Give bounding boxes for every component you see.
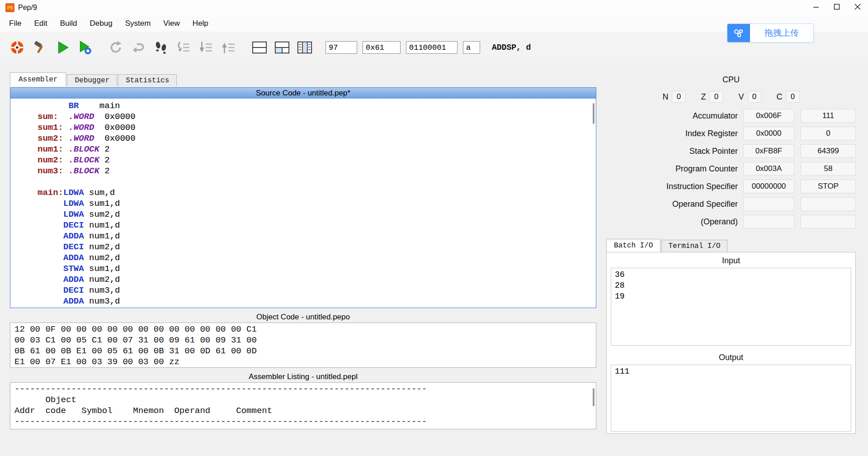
object-code-line: 00 03 C1 00 05 C1 00 07 31 00 09 61 00 0… [14,335,596,346]
step-over-button[interactable] [174,37,193,58]
upload-button[interactable]: 拖拽上传 [727,24,814,43]
token [94,133,104,143]
source-line: num3: .BLOCK 2 [38,166,596,176]
assembler-listing-panel-title: Assembler Listing - untitled.pepl [10,371,596,382]
upload-cloud-icon [727,24,750,42]
view-code-button[interactable] [250,37,269,58]
token: 0x0000 [104,133,135,143]
token [38,264,63,274]
view-memory-button[interactable] [295,37,315,58]
token [99,144,104,154]
token [38,253,63,263]
view-code-layout-icon [252,40,267,55]
token [63,133,68,143]
token [38,209,63,219]
source-line: sum2: .WORD 0x0000 [38,133,596,144]
token [38,285,63,295]
close-button[interactable] [847,0,868,15]
token: .BLOCK [68,155,99,165]
single-step-button[interactable] [151,37,171,58]
flag-v: V0 [738,91,761,103]
token: main [99,101,120,111]
token [38,199,63,209]
output-area[interactable] [611,365,851,432]
step-into-button[interactable] [196,37,216,58]
menu-file[interactable]: File [3,15,28,32]
token [63,155,68,165]
register-row: Index Register0x00000 [606,127,856,140]
register-row: Program Counter0x003A58 [606,162,856,176]
menu-edit[interactable]: Edit [28,15,53,32]
register-hex-value [743,197,794,211]
token [84,253,89,263]
output-label: Output [611,353,851,362]
tab-assembler[interactable]: Assembler [10,72,66,86]
token [79,101,99,111]
view-memory-layout-icon [297,40,312,55]
debug-button[interactable] [75,37,95,58]
run-button[interactable] [52,37,72,58]
cpu-column: CPU N0Z0V0C0 Accumulator0x006F111Index R… [606,73,856,434]
maximize-button[interactable] [826,0,847,15]
step-over-icon [176,40,191,55]
minimize-icon [813,4,819,12]
token: DECI [63,242,84,252]
run-play-icon [55,40,70,55]
source-line: DECI num3,d [38,285,596,296]
byte-binary-input[interactable] [406,41,458,54]
debug-play-icon [77,40,93,55]
token: DECI [63,220,84,230]
byte-decimal-input[interactable] [326,41,357,54]
token [38,220,63,230]
source-line: num2: .BLOCK 2 [38,155,596,166]
titlebar: P9 Pep/9 [0,0,868,15]
tab-statistics[interactable]: Statistics [118,74,177,86]
token: ADDA [63,231,84,241]
object-code-editor[interactable]: 12 00 0F 00 00 00 00 00 00 00 00 00 00 0… [10,323,596,368]
token: num2,d [89,253,120,263]
source-line: BR main [38,100,596,111]
token: .WORD [68,123,94,133]
tab-debugger[interactable]: Debugger [67,74,117,86]
listing-scrollbar-thumb[interactable] [593,388,594,406]
menu-help[interactable]: Help [186,15,215,32]
window-title: Pep/9 [18,4,37,12]
register-label: Instruction Specifier [606,182,743,191]
register-row: Accumulator0x006F111 [606,109,856,123]
source-line: LDWA sum1,d [38,198,596,209]
token [84,275,89,285]
step-out-button[interactable] [219,37,239,58]
source-code-editor[interactable]: BR mainsum: .WORD 0x0000sum1: .WORD 0x00… [10,99,596,308]
token [84,296,89,306]
minimize-button[interactable] [806,0,826,15]
menu-build[interactable]: Build [54,15,84,32]
menu-debug[interactable]: Debug [84,15,119,32]
token [38,275,63,285]
source-line: ADDA num3,d [38,296,596,307]
byte-ascii-input[interactable] [463,41,480,54]
assembler-listing-view[interactable]: ----------------------------------------… [10,382,596,429]
flag-z: Z0 [701,91,723,103]
tab-batch-i-o[interactable]: Batch I/O [606,239,660,252]
object-code-line: 12 00 0F 00 00 00 00 00 00 00 00 00 00 0… [14,324,596,335]
flag-value: 0 [786,91,800,103]
flag-n: N0 [662,91,685,103]
stop-debug-button[interactable] [128,37,148,58]
menu-view[interactable]: View [157,15,186,32]
token [84,188,89,198]
token: ADDA [63,296,84,306]
restart-debug-button[interactable] [106,37,126,58]
tab-terminal-i-o[interactable]: Terminal I/O [661,240,727,252]
input-area[interactable] [611,268,851,346]
token: .WORD [68,133,94,143]
byte-hex-input[interactable] [363,41,401,54]
token: 0x0000 [104,112,135,122]
register-label: (Operand) [606,217,743,227]
build-button[interactable] [30,37,50,58]
view-split-button[interactable] [272,37,292,58]
cpu-panel-title: CPU [606,75,856,85]
help-button[interactable] [7,37,27,58]
token [94,123,104,133]
source-scrollbar-thumb[interactable] [593,103,594,124]
menu-system[interactable]: System [119,15,157,32]
